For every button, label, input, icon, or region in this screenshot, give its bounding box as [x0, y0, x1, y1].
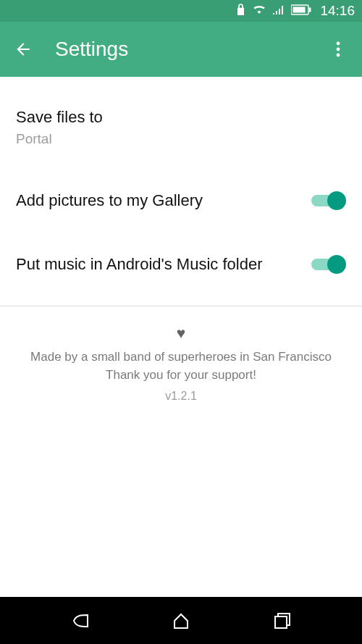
save-files-to-pref[interactable]: Save files to Portal [0, 99, 362, 156]
nav-home-button[interactable] [152, 612, 210, 630]
signal-icon [272, 4, 285, 19]
svg-rect-6 [275, 616, 287, 628]
footer-line-2: Thank you for your support! [14, 367, 348, 385]
settings-list: Save files to Portal Add pictures to my … [0, 77, 362, 404]
svg-point-4 [337, 48, 340, 51]
page-title: Settings [55, 38, 326, 61]
clock: 14:16 [320, 3, 355, 19]
navigation-bar [0, 597, 362, 644]
nav-back-button[interactable] [51, 612, 109, 630]
app-bar: Settings [0, 22, 362, 77]
svg-point-5 [337, 54, 340, 57]
add-pictures-pref[interactable]: Add pictures to my Gallery [0, 182, 362, 220]
wifi-icon [252, 4, 266, 19]
heart-icon: ♥ [14, 322, 348, 344]
pref-value: Portal [16, 131, 346, 147]
svg-rect-1 [293, 7, 306, 12]
battery-icon [291, 4, 311, 19]
pref-label: Put music in Android's Music folder [16, 254, 311, 275]
pref-label: Save files to [16, 107, 346, 128]
pref-label: Add pictures to my Gallery [16, 191, 311, 212]
status-bar: 14:16 [0, 0, 362, 22]
put-music-toggle[interactable] [311, 255, 346, 274]
nav-recent-button[interactable] [253, 612, 311, 630]
footer-line-1: Made by a small band of superheroes in S… [14, 348, 348, 367]
lock-icon [235, 3, 246, 20]
version-label: v1.2.1 [14, 388, 348, 404]
overflow-menu-button[interactable] [326, 33, 350, 65]
put-music-pref[interactable]: Put music in Android's Music folder [0, 246, 362, 284]
add-pictures-toggle[interactable] [311, 191, 346, 210]
back-button[interactable] [7, 33, 39, 65]
about-footer: ♥ Made by a small band of superheroes in… [0, 306, 362, 404]
svg-rect-2 [309, 7, 311, 12]
svg-point-3 [337, 42, 340, 46]
